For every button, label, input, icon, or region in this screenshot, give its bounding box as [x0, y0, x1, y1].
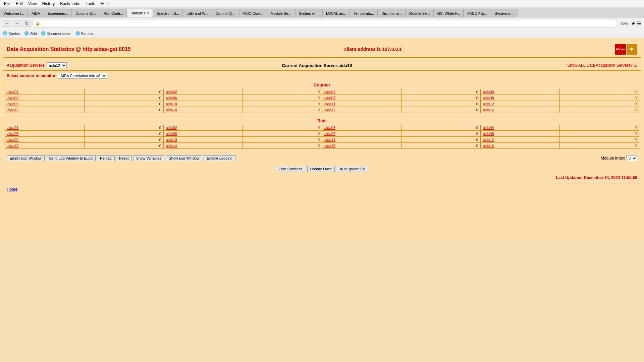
menu-bookmarks[interactable]: Bookmarks — [57, 1, 83, 7]
menu-help[interactable]: Help — [98, 1, 111, 7]
tab-6[interactable]: Spectrum B... — [153, 9, 183, 17]
tab-7[interactable]: LED and W... — [183, 9, 212, 17]
bookmark-docs-label: Documentation — [47, 32, 71, 36]
acq-server-left: Acquisition Servers aida10 — [7, 62, 67, 68]
grid-label-aida08[interactable]: aida08 — [481, 95, 560, 101]
grid-label-aida06[interactable]: aida06 — [164, 95, 243, 101]
forward-button[interactable]: → — [13, 20, 21, 27]
tab-5[interactable]: Statistics✕ — [127, 9, 153, 17]
acquisition-server-select[interactable]: aida10 — [47, 62, 67, 68]
grid-label-aida10[interactable]: aida10 — [164, 101, 243, 107]
menu-history[interactable]: History — [40, 1, 57, 7]
grid-label-aida15[interactable]: aida15 — [322, 107, 401, 113]
address-input[interactable]: localhost:8015/DataAcquisitionControl/Da… — [42, 21, 614, 26]
bookmark-documentation[interactable]: 🌐 Documentation — [41, 31, 71, 36]
grid-label-aida11[interactable]: aida11 — [322, 137, 401, 143]
page-content: Data Acquisition Statistics @ http aidas… — [0, 38, 644, 239]
grid-label-aida05[interactable]: aida05 — [5, 131, 84, 137]
menu-edit[interactable]: Edit — [13, 1, 25, 7]
grid-value-aida10: 0 — [243, 101, 322, 107]
back-button[interactable]: ← — [3, 20, 11, 27]
tab-13[interactable]: Temperatu... — [350, 9, 378, 17]
grid-label-aida03[interactable]: aida03 — [322, 125, 401, 131]
bookmark-wiki[interactable]: 🌐 Wiki — [24, 31, 37, 36]
reload-button[interactable]: Reload — [97, 155, 115, 161]
grid-label-aida06[interactable]: aida06 — [164, 131, 243, 137]
tab-9[interactable]: ASIC Cont... — [239, 9, 267, 17]
grid-label-aida04[interactable]: aida04 — [481, 125, 560, 131]
grid-label-aida16[interactable]: aida16 — [481, 107, 560, 113]
tab-0[interactable]: Welcome t... — [0, 9, 28, 17]
tab-11[interactable]: System wi... — [295, 9, 322, 17]
update-once-button[interactable]: Update Once — [307, 166, 335, 172]
home-link[interactable]: Home — [7, 187, 17, 192]
grid-label-aida13[interactable]: aida13 — [5, 143, 84, 149]
grid-label-aida01[interactable]: aida01 — [5, 89, 84, 95]
grid-label-aida15[interactable]: aida15 — [322, 143, 401, 149]
grid-label-aida12[interactable]: aida12 — [481, 101, 560, 107]
forums-globe-icon: 🌐 — [75, 31, 80, 36]
show-variables-button[interactable]: Show Variables — [133, 155, 165, 161]
tab-4[interactable]: Run Contr... — [100, 9, 127, 17]
show-log-button[interactable]: Show Log Window — [166, 155, 202, 161]
grid-label-aida08[interactable]: aida08 — [481, 131, 560, 137]
menu-view[interactable]: View — [25, 1, 40, 7]
tab-17[interactable]: FADC Alig... — [464, 9, 491, 17]
menu-tools[interactable]: Tools — [83, 1, 98, 7]
grid-label-aida12[interactable]: aida12 — [481, 137, 560, 143]
grid-label-aida10[interactable]: aida10 — [164, 137, 243, 143]
divider — [3, 183, 641, 183]
tab-close-5[interactable]: ✕ — [147, 11, 149, 15]
grid-label-aida11[interactable]: aida11 — [322, 101, 401, 107]
bookmark-wiki-label: Wiki — [30, 32, 37, 36]
refresh-button[interactable]: ↻ — [23, 20, 31, 27]
reset-button[interactable]: Reset — [116, 155, 132, 161]
tab-3[interactable]: Options @... — [72, 9, 100, 17]
grid-label-aida16[interactable]: aida16 — [481, 143, 560, 149]
grid-label-aida07[interactable]: aida07 — [322, 131, 401, 137]
menu-file[interactable]: File — [1, 1, 13, 7]
grid-value-aida06: 0 — [243, 95, 322, 101]
enable-logging-button[interactable]: Enable Logging — [204, 155, 235, 161]
grid-label-aida09[interactable]: aida09 — [5, 101, 84, 107]
grid-label-aida09[interactable]: aida09 — [5, 137, 84, 143]
grid-value-aida06: 0 — [243, 131, 322, 137]
grid-label-aida01[interactable]: aida01 — [5, 125, 84, 131]
tab-14[interactable]: Discrimina... — [378, 9, 406, 17]
tab-12[interactable]: LOCAL an... — [322, 9, 350, 17]
bookmark-forums-label: Forums — [81, 32, 94, 36]
auto-update-button[interactable]: AutoUpdate On — [337, 166, 368, 172]
tab-16[interactable]: GSI White F... — [433, 9, 464, 17]
grid-label-aida14[interactable]: aida14 — [164, 107, 243, 113]
menu-icon[interactable]: ☰ — [637, 21, 641, 26]
grid-label-aida05[interactable]: aida05 — [5, 95, 84, 101]
grid-label-aida04[interactable]: aida04 — [481, 89, 560, 95]
zero-statistics-button[interactable]: Zero Statistics — [276, 166, 305, 172]
grid-value-aida12: 0 — [560, 137, 639, 143]
grid-label-aida03[interactable]: aida03 — [322, 89, 401, 95]
bookmark-forums[interactable]: 🌐 Forums — [75, 31, 94, 36]
grid-label-aida02[interactable]: aida02 — [164, 89, 243, 95]
grid-label-aida07[interactable]: aida07 — [322, 95, 401, 101]
tab-18[interactable]: System wi... — [491, 9, 518, 17]
grid-label-aida14[interactable]: aida14 — [164, 143, 243, 149]
tab-8[interactable]: Control @... — [212, 9, 239, 17]
module-index-label: Module Index — [601, 156, 625, 161]
tab-10[interactable]: Module Se... — [267, 9, 295, 17]
page-title: Data Acquisition Statistics @ http aidas… — [7, 46, 131, 52]
counter-select-row: Select counter to monitor AIDA Correlati… — [3, 71, 641, 81]
grid-label-aida02[interactable]: aida02 — [164, 125, 243, 131]
counter-select[interactable]: AIDA Correlation-info #8 — [58, 73, 107, 79]
tab-2[interactable]: Experimen... — [44, 9, 72, 17]
module-index-select[interactable]: 0 — [626, 155, 637, 161]
show-all-servers[interactable]: Show ALL Data Acquisition Servers? ☑ — [567, 63, 637, 68]
bookmark-star[interactable]: ★ — [631, 21, 636, 26]
bookmark-centos[interactable]: 🌐 Centos — [3, 31, 20, 36]
grid-value-aida16: 0 — [560, 143, 639, 149]
send-log-button[interactable]: Send Log Window to ELog — [46, 155, 96, 161]
tab-15[interactable]: Module Se... — [406, 9, 434, 17]
tab-1[interactable]: AIDA — [28, 9, 44, 17]
empty-log-button[interactable]: Empty Log Window — [7, 155, 45, 161]
grid-label-aida13[interactable]: aida13 — [5, 107, 84, 113]
wiki-globe-icon: 🌐 — [24, 31, 29, 36]
